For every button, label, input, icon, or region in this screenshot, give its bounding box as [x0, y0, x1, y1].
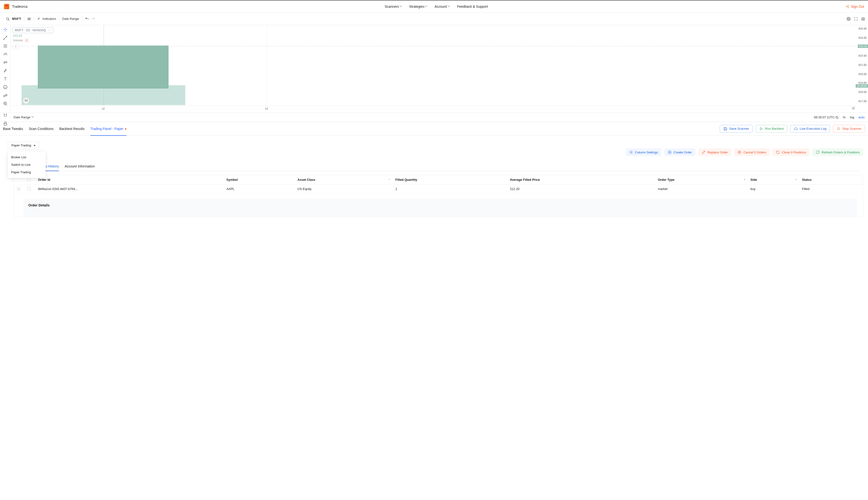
close-positions-button[interactable]: Close 0 Positions — [772, 148, 809, 156]
dropdown-toggle[interactable]: Paper Trading — [8, 141, 39, 149]
svg-rect-16 — [837, 128, 839, 130]
chart-canvas[interactable]: MSFT · 1D · NASDAQ 423.03 Volume ! T⁠V 4… — [11, 25, 868, 112]
cloud-icon — [794, 127, 798, 131]
table-row[interactable]: − 9ef4a1ce-32b5-4e07-b764... AAPL US Equ… — [14, 184, 863, 194]
sub-tab-account-info[interactable]: Account Information — [65, 162, 95, 171]
magnet-tool-icon[interactable] — [3, 113, 8, 118]
nav-scanners[interactable]: Scanners — [385, 4, 402, 9]
save-icon — [723, 127, 727, 131]
price-badge: 423.03 — [858, 45, 868, 48]
chart-toolbar: MSFT Indicators Date Range — [0, 13, 868, 25]
nav-feedback[interactable]: Feedback & Support — [457, 4, 488, 9]
symbol-input[interactable]: MSFT — [12, 17, 21, 21]
svg-point-11 — [48, 30, 49, 31]
auto-button[interactable]: auto — [859, 115, 865, 119]
svg-point-15 — [853, 108, 854, 109]
fullscreen-icon[interactable] — [854, 17, 858, 21]
row-checkbox[interactable] — [27, 187, 31, 190]
text-tool-icon[interactable] — [3, 77, 8, 81]
tradingview-logo-icon: T⁠V — [23, 98, 29, 104]
filter-icon[interactable]: ▾ — [389, 178, 390, 181]
candles-icon[interactable] — [27, 17, 31, 21]
undo-icon[interactable] — [85, 17, 89, 21]
filter-icon[interactable]: ▾ — [744, 178, 745, 181]
dropdown-item-broker-list[interactable]: Broker List — [8, 154, 46, 161]
dropdown-item-switch-live[interactable]: Switch to Live — [8, 161, 46, 169]
more-icon[interactable] — [48, 29, 51, 32]
col-status[interactable]: Status — [799, 175, 863, 184]
play-icon — [759, 127, 763, 131]
cell-side: buy — [748, 184, 799, 194]
log-button[interactable]: log — [850, 115, 854, 119]
trading-mode-dropdown[interactable]: Paper Trading Broker List Switch to Live… — [8, 141, 39, 149]
collapse-icon[interactable] — [13, 44, 19, 49]
indicators-button[interactable]: Indicators — [34, 13, 59, 25]
cancel-orders-button[interactable]: Cancel 0 Orders — [734, 148, 770, 156]
date-range-footer-button[interactable]: Date Range — [13, 115, 34, 119]
tab-backtest-results[interactable]: Backtest Results — [59, 126, 85, 132]
svg-point-5 — [6, 61, 7, 62]
tab-base-tweaks[interactable]: Base Tweaks — [3, 126, 23, 132]
dropdown-item-paper-trading[interactable]: Paper Trading — [8, 169, 46, 176]
lock-tool-icon[interactable] — [3, 121, 8, 126]
zoom-tool-icon[interactable] — [3, 101, 8, 106]
tab-scan-conditions[interactable]: Scan Conditions — [29, 126, 54, 132]
col-avg-price[interactable]: Average Filled Price — [507, 175, 655, 184]
cell-filled-qty: 1 — [392, 184, 507, 194]
collapse-row-button[interactable]: − — [17, 187, 21, 191]
col-order-type[interactable]: Order Type▾ — [655, 175, 747, 184]
refresh-button[interactable]: Refresh Orders & Positions — [812, 148, 863, 156]
swap-icon — [702, 150, 705, 154]
select-all-checkbox[interactable] — [27, 178, 31, 181]
ruler-tool-icon[interactable] — [3, 93, 8, 98]
svg-point-0 — [7, 18, 9, 20]
run-backtest-button[interactable]: Run Backtest — [756, 125, 787, 133]
percent-button[interactable]: % — [843, 115, 846, 119]
fib-tool-icon[interactable] — [3, 44, 8, 48]
create-order-button[interactable]: Create Order — [664, 148, 695, 156]
tab-trading-panel[interactable]: Trading Panel - Paper — [90, 126, 126, 132]
volume-badge: 19.401M — [856, 84, 868, 88]
col-side[interactable]: Side▾ — [748, 175, 799, 184]
top-bar: Tradeorca Scanners Strategies Account Fe… — [0, 0, 868, 13]
col-symbol[interactable]: Symbol — [224, 175, 295, 184]
live-log-button[interactable]: Live Execution Log — [790, 125, 830, 133]
sign-out-button[interactable]: Sign Out — [845, 4, 864, 9]
pattern-tool-icon[interactable] — [3, 52, 8, 57]
replace-order-button[interactable]: Replace Order — [698, 148, 731, 156]
col-filled-qty[interactable]: Filled Quantity — [392, 175, 507, 184]
col-order-id[interactable]: Order Id — [35, 175, 224, 184]
search-icon[interactable] — [6, 17, 10, 21]
svg-point-7 — [3, 86, 7, 89]
column-settings-button[interactable]: Column Settings — [626, 148, 661, 156]
redo-icon[interactable] — [91, 17, 95, 21]
save-scanner-button[interactable]: Save Scanner — [720, 125, 753, 133]
cell-order-id: 9ef4a1ce-32b5-4e07-b764... — [35, 184, 224, 194]
camera-icon[interactable] — [861, 17, 865, 21]
cell-status: Filled — [799, 184, 863, 194]
nav-strategies[interactable]: Strategies — [409, 4, 428, 9]
col-asset-class[interactable]: Asset Class▾ — [294, 175, 392, 184]
target-icon[interactable] — [852, 106, 855, 111]
plus-circle-icon — [668, 150, 671, 154]
chart-symbol-pill[interactable]: MSFT · 1D · NASDAQ — [13, 27, 53, 33]
brush-tool-icon[interactable] — [3, 68, 8, 73]
y-axis[interactable]: 425.00 424.00 423.03 422.00 421.00 420.0… — [856, 25, 868, 105]
time-display[interactable]: 06:30:07 (UTC-5) — [814, 115, 838, 119]
order-actions-row: Column Settings Create Order Replace Ord… — [8, 148, 863, 156]
refresh-icon — [816, 150, 820, 154]
panel-actions: Save Scanner Run Backtest Live Execution… — [720, 125, 865, 133]
trendline-tool-icon[interactable] — [3, 35, 8, 40]
x-axis[interactable]: 12 13 — [11, 105, 856, 112]
date-range-button[interactable]: Date Range — [59, 13, 82, 25]
emoji-tool-icon[interactable] — [3, 85, 8, 90]
svg-point-17 — [631, 152, 632, 153]
crosshair-tool-icon[interactable] — [3, 27, 8, 32]
gear-icon[interactable] — [847, 17, 850, 21]
stop-scanner-button[interactable]: Stop Scanner — [833, 125, 865, 133]
chart-volume-row: Volume ! — [13, 38, 53, 42]
forecast-tool-icon[interactable] — [3, 60, 8, 65]
nav-account[interactable]: Account — [434, 4, 450, 9]
filter-icon[interactable]: ▾ — [795, 178, 797, 181]
chevron-down-icon — [425, 5, 428, 8]
